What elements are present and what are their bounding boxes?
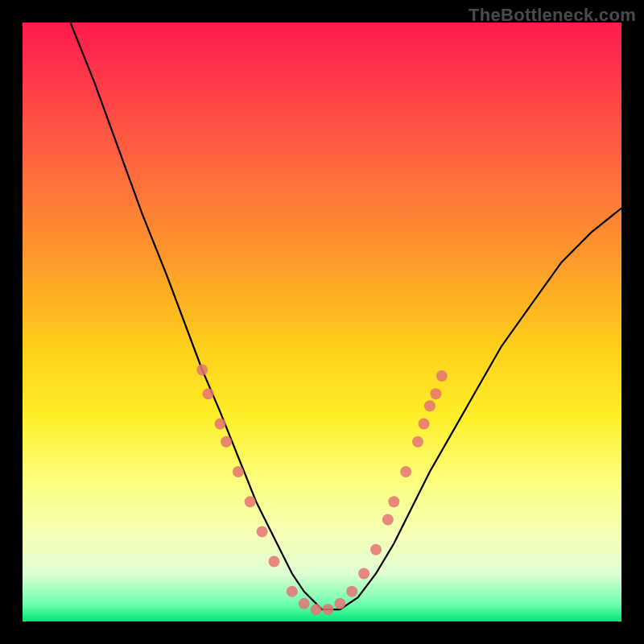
curve-marker <box>203 388 214 399</box>
curve-marker <box>412 436 423 448</box>
curve-marker <box>299 598 310 609</box>
curve-marker <box>221 436 232 448</box>
curve-marker <box>334 598 345 609</box>
curve-marker <box>287 586 298 597</box>
curve-marker <box>311 604 322 615</box>
chart-overlay <box>23 23 621 621</box>
curve-marker <box>419 419 430 430</box>
watermark-text: TheBottleneck.com <box>469 5 636 26</box>
curve-marker <box>430 388 441 399</box>
curve-marker <box>269 556 280 568</box>
curve-marker <box>382 514 394 526</box>
curve-marker <box>245 496 256 507</box>
curve-marker <box>346 586 357 597</box>
curve-marker <box>370 544 382 555</box>
curve-marker <box>322 604 333 615</box>
curve-marker <box>424 400 436 411</box>
curve-marker <box>388 496 399 507</box>
curve-marker <box>358 568 369 580</box>
curve-markers <box>196 365 448 616</box>
curve-marker <box>215 419 226 430</box>
curve-marker <box>196 365 208 376</box>
curve-marker <box>400 466 411 477</box>
bottleneck-curve <box>71 23 622 609</box>
curve-marker <box>257 526 268 537</box>
curve-marker <box>233 466 244 477</box>
curve-marker <box>436 370 448 382</box>
